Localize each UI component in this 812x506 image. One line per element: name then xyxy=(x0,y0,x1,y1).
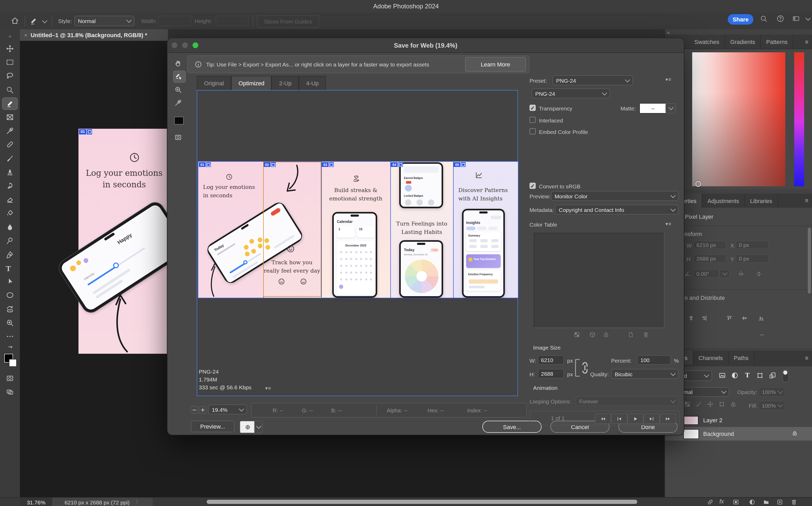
collapse-dock-icon[interactable]: « xyxy=(667,30,670,35)
properties-panel-menu-icon[interactable]: ≡ xyxy=(805,197,808,203)
dialog-title-bar[interactable]: Save for Web (19.4%) xyxy=(167,38,684,53)
lock-move-icon[interactable] xyxy=(707,401,714,408)
tab-libraries[interactable]: Libraries xyxy=(745,194,778,208)
share-button[interactable]: Share xyxy=(728,14,753,24)
preview-mode-dropdown[interactable]: Monitor Color xyxy=(551,191,679,201)
swatches-panel-menu-icon[interactable]: ≡ xyxy=(805,39,808,45)
search-icon[interactable] xyxy=(760,15,768,22)
color-field-cursor[interactable] xyxy=(695,181,701,187)
first-frame-icon[interactable] xyxy=(595,413,611,424)
transparency-checkbox[interactable]: ✓ xyxy=(530,105,536,111)
filter-pixel-layers-icon[interactable] xyxy=(718,371,726,380)
quick-mask-icon[interactable] xyxy=(0,371,20,385)
eyedropper-color-swatch[interactable] xyxy=(174,117,184,124)
path-selection-tool[interactable] xyxy=(0,275,20,288)
lock-artboard-icon[interactable] xyxy=(718,401,725,408)
properties-scrollbar[interactable] xyxy=(808,228,811,293)
flip-horizontal-icon[interactable] xyxy=(737,270,745,278)
adjustment-layer-icon[interactable] xyxy=(749,499,755,505)
filter-type-layers-icon[interactable]: T xyxy=(743,371,751,379)
tab-patterns[interactable]: Patterns xyxy=(761,34,793,49)
lock-color-icon[interactable] xyxy=(603,331,610,338)
tab-4-up[interactable]: 4-Up xyxy=(299,76,326,90)
new-layer-icon[interactable] xyxy=(777,499,783,505)
pen-tool[interactable] xyxy=(0,248,20,261)
document-info-chip[interactable]: 6210 px x 2688 px (72 ppi) 〉 xyxy=(52,498,153,506)
width-input[interactable] xyxy=(158,16,191,26)
preset-dropdown[interactable]: PNG-24 xyxy=(552,75,633,85)
snap-to-web-palette-icon[interactable] xyxy=(573,331,580,338)
zoom-out-button[interactable] xyxy=(190,406,198,414)
more-options-icon[interactable] xyxy=(757,332,766,338)
align-distribute-icon-4[interactable] xyxy=(741,315,748,322)
flip-vertical-icon[interactable] xyxy=(755,270,763,278)
eyedropper-tool[interactable] xyxy=(0,124,20,138)
tab-original[interactable]: Original xyxy=(197,76,231,90)
blur-tool[interactable] xyxy=(0,220,20,234)
zoom-tool-icon[interactable] xyxy=(174,86,182,94)
spot-healing-brush-tool[interactable] xyxy=(0,138,20,152)
download-speed-menu-icon[interactable]: ▾≡ xyxy=(265,386,272,391)
optimized-preview[interactable]: 0102030405Log your emotionsin secondsTod… xyxy=(197,90,518,396)
interlaced-checkbox[interactable] xyxy=(530,117,536,123)
transform-h-input[interactable]: 2688 px xyxy=(693,254,726,263)
zoom-level-dropdown[interactable]: 19.4% xyxy=(208,405,247,414)
looping-dropdown[interactable]: Forever xyxy=(575,396,679,406)
last-frame-icon[interactable] xyxy=(660,413,676,424)
preview-in-browser-icon[interactable] xyxy=(240,421,255,433)
previous-frame-icon[interactable] xyxy=(611,413,627,424)
eyedropper-tool-icon[interactable] xyxy=(174,99,182,107)
percent-input[interactable]: 100 xyxy=(637,355,671,365)
slices-from-guides-button[interactable]: Slices From Guides xyxy=(257,15,319,28)
rotate-view-tool[interactable] xyxy=(0,302,20,316)
lock-all-icon[interactable] xyxy=(730,401,737,408)
style-dropdown[interactable]: Normal xyxy=(74,16,134,26)
preset-menu-icon[interactable]: ▾≡ xyxy=(665,77,672,82)
align-distribute-icon-1[interactable] xyxy=(688,315,695,322)
background-color-swatch[interactable] xyxy=(9,359,17,367)
close-window-icon[interactable] xyxy=(172,43,177,48)
lasso-tool[interactable] xyxy=(0,69,20,83)
metadata-dropdown[interactable]: Copyright and Contact Info xyxy=(555,204,679,215)
hand-tool-icon[interactable] xyxy=(174,60,182,68)
zoom-tool[interactable] xyxy=(0,316,20,330)
image-h-input[interactable]: 2688 xyxy=(538,369,564,378)
type-tool[interactable]: T xyxy=(0,261,20,275)
more-tools-icon[interactable] xyxy=(0,330,20,343)
paint-bucket-tool[interactable] xyxy=(0,206,20,220)
frame-tool[interactable] xyxy=(0,110,20,124)
delete-layer-icon[interactable] xyxy=(791,499,797,505)
tab-paths[interactable]: Paths xyxy=(729,351,754,365)
color-table[interactable] xyxy=(534,233,664,328)
transform-y-input[interactable]: 0 px xyxy=(736,254,769,263)
hue-slider[interactable] xyxy=(794,52,804,186)
zoom-window-icon[interactable] xyxy=(192,43,198,48)
filter-smart-objects-icon[interactable] xyxy=(769,371,777,380)
swap-colors-icon[interactable] xyxy=(0,343,20,354)
convert-srgb-checkbox[interactable]: ✓ xyxy=(530,183,536,189)
rectangular-marquee-tool[interactable] xyxy=(0,56,20,69)
ellipse-shape-tool[interactable] xyxy=(0,288,20,302)
zoom-level-chip[interactable]: 31.76% xyxy=(20,498,52,506)
close-tab-icon[interactable]: × xyxy=(24,32,27,38)
image-w-input[interactable]: 6210 xyxy=(538,355,564,365)
next-frame-icon[interactable] xyxy=(643,413,660,424)
quick-selection-tool[interactable] xyxy=(0,83,20,96)
clone-stamp-tool[interactable] xyxy=(0,165,20,179)
angle-dropdown[interactable] xyxy=(719,269,730,278)
collapse-toolbar-icon[interactable]: » xyxy=(0,33,20,39)
format-dropdown[interactable]: PNG-24 xyxy=(532,88,610,98)
workspace-icon[interactable] xyxy=(792,15,801,22)
current-tool-slice-icon[interactable] xyxy=(29,17,38,25)
tab-swatches[interactable]: Swatches xyxy=(689,34,725,49)
learn-more-button[interactable]: Learn More xyxy=(465,57,526,72)
delete-color-icon[interactable] xyxy=(642,331,649,338)
help-icon[interactable] xyxy=(777,15,784,22)
rotate-angle-input[interactable]: 0.00° xyxy=(693,269,719,278)
play-icon[interactable] xyxy=(627,413,643,424)
layer-row-background[interactable]: Background xyxy=(665,427,812,441)
layer-mask-icon[interactable] xyxy=(732,499,739,505)
align-distribute-icon-3[interactable] xyxy=(726,315,733,322)
transform-w-input[interactable]: 6210 px xyxy=(693,241,726,249)
home-icon[interactable] xyxy=(10,16,19,25)
